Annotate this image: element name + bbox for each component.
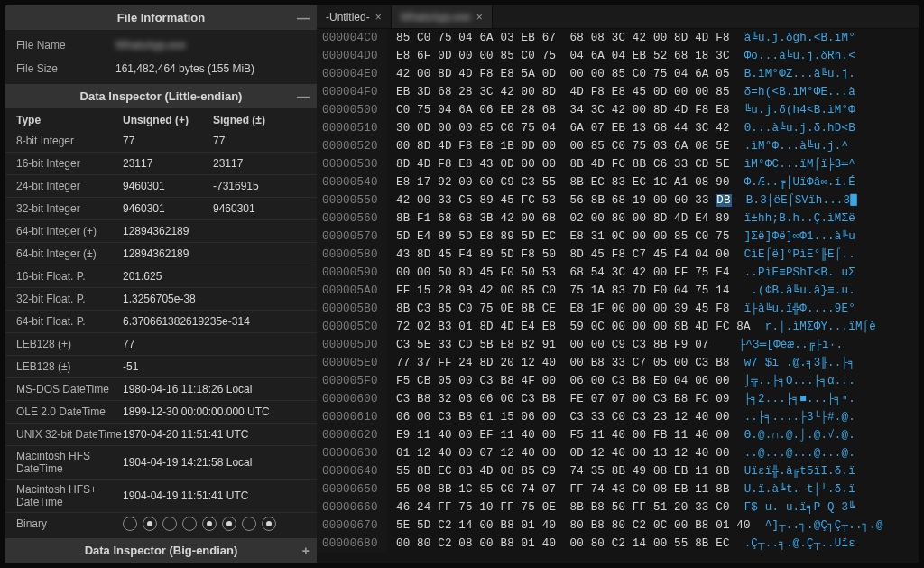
hex-ascii[interactable]: .(¢B.à╚u.â}≡.u.	[739, 282, 919, 300]
hex-ascii[interactable]: ìM°ΦC...ïM⌠ï╞3═^	[739, 155, 919, 173]
bit-dot[interactable]	[143, 517, 157, 531]
hex-row[interactable]: 00000620E9 11 40 00 EF 11 40 00 F5 11 40…	[317, 426, 919, 444]
hex-ascii[interactable]: 0...à╚u.j.δ.hD<B	[739, 119, 919, 137]
hex-bytes[interactable]: 01 12 40 00 07 12 40 00 0D 12 40 00 13 1…	[387, 444, 739, 462]
hex-bytes[interactable]: 06 00 C3 B8 01 15 06 00 C3 33 C0 C3 23 1…	[387, 408, 739, 426]
hex-ascii[interactable]: F$ u. u.ï╕P Q 3╚	[739, 498, 919, 517]
bit-dot[interactable]	[182, 517, 197, 531]
di-row[interactable]: LEB128 (±)-51	[5, 356, 317, 378]
hex-ascii[interactable]: ..PìE≡PShT<B. uΣ	[739, 264, 919, 282]
hex-bytes[interactable]: 8B F1 68 68 3B 42 00 68 02 00 80 00 8D 4…	[387, 210, 739, 228]
hex-ascii[interactable]: Φ.Æ..╔├UïΦâ∞.í.É	[739, 173, 919, 191]
close-icon[interactable]: ×	[476, 11, 483, 23]
hex-row[interactable]: 00000600C3 B8 32 06 06 00 C3 B8 FE 07 07…	[317, 390, 919, 408]
hex-row[interactable]: 000004C085 C0 75 04 6A 03 EB 67 68 08 3C…	[317, 29, 919, 47]
hex-row[interactable]: 000005B08B C3 85 C0 75 0E 8B CE E8 1F 00…	[317, 300, 919, 318]
hex-ascii[interactable]: Φo...à╚u.j.δRh.<	[739, 47, 919, 65]
plus-icon[interactable]: +	[302, 545, 310, 557]
di-row[interactable]: OLE 2.0 DateTime1899-12-30 00:00:00.000 …	[5, 401, 317, 424]
hex-ascii[interactable]: ï±hh;B.h..Ç.ìMΣë	[739, 210, 919, 228]
hex-bytes[interactable]: 77 37 FF 24 8D 20 12 40 00 B8 33 C7 05 0…	[387, 354, 739, 372]
close-icon[interactable]: ×	[375, 11, 382, 23]
hex-ascii[interactable]: B.3┼ëE⌠SVïh...3█	[741, 191, 919, 210]
hex-bytes[interactable]: FF 15 28 9B 42 00 85 C0 75 1A 83 7D F0 0…	[387, 282, 739, 300]
hex-ascii[interactable]: B.ìM°ΦZ...à╚u.j.	[739, 65, 919, 83]
di-row[interactable]: Macintosh HFS+ DateTime1904-04-19 11:51:…	[5, 480, 317, 513]
bit-dot[interactable]	[242, 517, 256, 531]
hex-ascii[interactable]: Uïεï╬.à╔t5ïI.δ.ï	[739, 462, 919, 480]
hex-bytes[interactable]: 42 00 33 C5 89 45 FC 53 56 8B 68 19 00 0…	[387, 191, 741, 210]
hex-row[interactable]: 00000540E8 17 92 00 00 C9 C3 55 8B EC 83…	[317, 173, 919, 191]
file-info-header[interactable]: File Information —	[5, 5, 317, 30]
hex-bytes[interactable]: 55 8B EC 8B 4D 08 85 C9 74 35 8B 49 08 E…	[387, 462, 739, 480]
hex-ascii[interactable]: ..├╕....├3└├#.@.	[739, 408, 919, 426]
hex-ascii[interactable]: ╚u.j.δ(h4<B.ìM°Φ	[739, 101, 919, 119]
hex-ascii[interactable]: .Ç┬..╕.@.Ç┬..Uïε	[739, 535, 919, 553]
hex-bytes[interactable]: C3 B8 32 06 06 00 C3 B8 FE 07 07 00 C3 B…	[387, 390, 739, 408]
di-row[interactable]: 16-bit Float. P.201.625	[5, 265, 317, 288]
minus-icon[interactable]: —	[297, 90, 310, 103]
hex-bytes[interactable]: E8 17 92 00 00 C9 C3 55 8B EC 83 EC 1C A…	[387, 173, 739, 191]
hex-row[interactable]: 0000058043 8D 45 F4 89 5D F8 50 8D 45 F8…	[317, 246, 919, 264]
di-row[interactable]: Binary	[5, 513, 317, 535]
hex-bytes[interactable]: 8D 4D F8 E8 43 0D 00 00 8B 4D FC 8B C6 3…	[387, 155, 739, 173]
hex-row[interactable]: 000004D0E8 6F 0D 00 00 85 C0 75 04 6A 04…	[317, 47, 919, 65]
hex-ascii[interactable]: CìE⌠ë]°PìE°╟E⌠..	[739, 246, 919, 264]
hex-bytes[interactable]: 00 80 C2 08 00 B8 01 40 00 80 C2 14 00 5…	[387, 535, 739, 553]
hex-row[interactable]: 000005C072 02 B3 01 8D 4D E4 E8 59 0C 00…	[317, 318, 919, 336]
di-row[interactable]: 24-bit Integer9460301-7316915	[5, 175, 317, 198]
hex-bytes[interactable]: 8B C3 85 C0 75 0E 8B CE E8 1F 00 00 00 3…	[387, 300, 739, 318]
hex-ascii[interactable]: ï├à╚u.ï╬Φ....9E°	[739, 300, 919, 318]
hex-row[interactable]: 0000059000 00 50 8D 45 F0 50 53 68 54 3C…	[317, 264, 919, 282]
hex-row[interactable]: 0000066046 24 FF 75 10 FF 75 0E 8B B8 50…	[317, 498, 919, 517]
hex-bytes[interactable]: C3 5E 33 CD 5B E8 82 91 00 00 C9 C3 8B F…	[387, 336, 734, 354]
hex-row[interactable]: 0000065055 08 8B 1C 85 C0 74 07 FF 74 43…	[317, 480, 919, 498]
di-row[interactable]: 8-bit Integer7777	[5, 130, 317, 153]
hex-bytes[interactable]: C0 75 04 6A 06 EB 28 68 34 3C 42 00 8D 4…	[387, 101, 739, 119]
hex-row[interactable]: 0000064055 8B EC 8B 4D 08 85 C9 74 35 8B…	[317, 462, 919, 480]
di-row[interactable]: 16-bit Integer2311723117	[5, 153, 317, 175]
hex-row[interactable]: 000005F0F5 CB 05 00 C3 B8 4F 00 06 00 C3…	[317, 372, 919, 390]
hex-bytes[interactable]: 5D E4 89 5D E8 89 5D EC E8 31 0C 00 00 8…	[387, 228, 739, 246]
bit-dot[interactable]	[202, 517, 217, 531]
di-row[interactable]: 64-bit Float. P.6.370661382619235e-314	[5, 311, 317, 333]
bit-dot[interactable]	[162, 517, 177, 531]
data-inspector-be-header[interactable]: Data Inspector (Big-endian) +	[5, 538, 317, 563]
di-row[interactable]: MS-DOS DateTime1980-04-16 11:18:26 Local	[5, 378, 317, 401]
bit-dot[interactable]	[262, 517, 276, 531]
hex-row[interactable]: 00000500C0 75 04 6A 06 EB 28 68 34 3C 42…	[317, 101, 919, 119]
hex-bytes[interactable]: 5E 5D C2 14 00 B8 01 40 80 B8 80 C2 0C 0…	[387, 517, 760, 535]
di-row[interactable]: 64-bit Integer (+)12894362189	[5, 220, 317, 243]
hex-ascii[interactable]: r.│.ìMΣΦY...ïM⌠è	[760, 318, 919, 336]
hex-bytes[interactable]: EB 3D 68 28 3C 42 00 8D 4D F8 E8 45 0D 0…	[387, 83, 739, 101]
hex-ascii[interactable]: ]Σë]Φë]∞Φ1...à╚u	[739, 228, 919, 246]
hex-bytes[interactable]: 72 02 B3 01 8D 4D E4 E8 59 0C 00 00 00 8…	[387, 318, 760, 336]
hex-row[interactable]: 000004F0EB 3D 68 28 3C 42 00 8D 4D F8 E8…	[317, 83, 919, 101]
hex-row[interactable]: 0000051030 0D 00 00 85 C0 75 04 6A 07 EB…	[317, 119, 919, 137]
hex-ascii[interactable]: ..@...@...@...@.	[739, 444, 919, 462]
di-row[interactable]: LEB128 (+)77	[5, 333, 317, 356]
di-row[interactable]: 32-bit Float. P.1.3256705e-38	[5, 288, 317, 311]
hex-row[interactable]: 0000055042 00 33 C5 89 45 FC 53 56 8B 68…	[317, 191, 919, 210]
hex-row[interactable]: 0000061006 00 C3 B8 01 15 06 00 C3 33 C0…	[317, 408, 919, 426]
hex-row[interactable]: 000005705D E4 89 5D E8 89 5D EC E8 31 0C…	[317, 228, 919, 246]
hex-row[interactable]: 000005E077 37 FF 24 8D 20 12 40 00 B8 33…	[317, 354, 919, 372]
di-row[interactable]: UNIX 32-bit DateTime1970-04-20 11:51:41 …	[5, 424, 317, 446]
hex-row[interactable]: 0000052000 8D 4D F8 E8 1B 0D 00 00 85 C0…	[317, 137, 919, 155]
hex-ascii[interactable]: w7 $ì .@.╕3╟..├╕	[739, 354, 919, 372]
minus-icon[interactable]: —	[297, 12, 310, 24]
hex-bytes[interactable]: 85 C0 75 04 6A 03 EB 67 68 08 3C 42 00 8…	[387, 29, 739, 47]
hex-row[interactable]: 000005A0FF 15 28 9B 42 00 85 C0 75 1A 83…	[317, 282, 919, 300]
hex-bytes[interactable]: E8 6F 0D 00 00 85 C0 75 04 6A 04 EB 52 6…	[387, 47, 739, 65]
hex-bytes[interactable]: 00 00 50 8D 45 F0 50 53 68 54 3C 42 00 F…	[387, 264, 739, 282]
hex-ascii[interactable]: δ=h(<B.ìM°ΦE...à	[739, 83, 919, 101]
hex-bytes[interactable]: F5 CB 05 00 C3 B8 4F 00 06 00 C3 B8 E0 0…	[387, 372, 739, 390]
hex-bytes[interactable]: 00 8D 4D F8 E8 1B 0D 00 00 85 C0 75 03 6…	[387, 137, 739, 155]
hex-ascii[interactable]: Θ.@.∩.@.⌡.@.√.@.	[739, 426, 919, 444]
data-inspector-le-header[interactable]: Data Inspector (Little-endian) —	[5, 84, 317, 108]
hex-row[interactable]: 0000063001 12 40 00 07 12 40 00 0D 12 40…	[317, 444, 919, 462]
hex-row[interactable]: 000005D0C3 5E 33 CD 5B E8 82 91 00 00 C9…	[317, 336, 919, 354]
hex-row[interactable]: 000004E042 00 8D 4D F8 E8 5A 0D 00 00 85…	[317, 65, 919, 83]
hex-bytes[interactable]: E9 11 40 00 EF 11 40 00 F5 11 40 00 FB 1…	[387, 426, 739, 444]
hex-row[interactable]: 000005308D 4D F8 E8 43 0D 00 00 8B 4D FC…	[317, 155, 919, 173]
